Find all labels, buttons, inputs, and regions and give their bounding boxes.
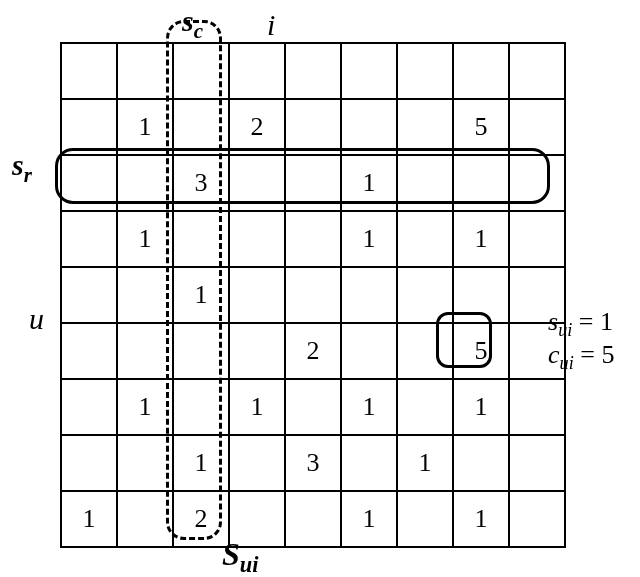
matrix-cell [341, 323, 397, 379]
matrix-cell [397, 99, 453, 155]
matrix-cell: 3 [285, 435, 341, 491]
matrix-cell: 1 [341, 379, 397, 435]
label-u: u [29, 302, 44, 336]
matrix-cell: 2 [229, 99, 285, 155]
matrix-cell [61, 211, 117, 267]
matrix-cell [285, 43, 341, 99]
matrix-cell [509, 435, 565, 491]
matrix-cell: 1 [453, 379, 509, 435]
matrix-cell [117, 323, 173, 379]
matrix-cell [397, 43, 453, 99]
matrix-cell [397, 211, 453, 267]
matrix-cell: 1 [117, 379, 173, 435]
matrix-cell [229, 491, 285, 547]
matrix-cell [229, 435, 285, 491]
matrix-cell [509, 211, 565, 267]
diagram-stage: sc i sr u Sui 1253111112511111311211 sui… [0, 0, 640, 577]
matrix-cell [341, 435, 397, 491]
highlight-row-s_r [55, 148, 550, 204]
matrix-grid: 1253111112511111311211 [60, 42, 566, 548]
matrix-cell [229, 211, 285, 267]
matrix-cell [117, 435, 173, 491]
matrix-cell: 1 [341, 211, 397, 267]
matrix-cell [341, 99, 397, 155]
matrix-cell [509, 43, 565, 99]
matrix-cell [509, 99, 565, 155]
matrix-cell [61, 435, 117, 491]
matrix-cell: 1 [397, 435, 453, 491]
matrix-cell [229, 267, 285, 323]
matrix-cell [341, 267, 397, 323]
matrix-cell [285, 99, 341, 155]
matrix-cell [61, 323, 117, 379]
label-s_r: sr [12, 148, 32, 188]
matrix-cell [285, 211, 341, 267]
matrix-cell [285, 267, 341, 323]
matrix-cell: 1 [341, 491, 397, 547]
matrix-cell: 1 [453, 211, 509, 267]
matrix-cell [453, 43, 509, 99]
matrix-cell [285, 491, 341, 547]
highlight-col-s_c [166, 20, 222, 540]
matrix-cell [341, 43, 397, 99]
matrix-cell [229, 43, 285, 99]
matrix-cell: 1 [229, 379, 285, 435]
equation-s_ui: sui = 1 [548, 307, 613, 341]
matrix-cell [229, 323, 285, 379]
matrix-cell [117, 491, 173, 547]
matrix-cell: 2 [285, 323, 341, 379]
matrix-cell: 1 [117, 99, 173, 155]
matrix-cell: 1 [453, 491, 509, 547]
matrix-cell [285, 379, 341, 435]
matrix-cell [117, 43, 173, 99]
matrix-cell [509, 379, 565, 435]
highlight-cell-s_ui [436, 312, 492, 368]
label-i: i [267, 8, 275, 42]
matrix-cell [453, 435, 509, 491]
matrix-cell [117, 267, 173, 323]
matrix-cell [61, 379, 117, 435]
matrix-cell [61, 267, 117, 323]
equation-c_ui: cui = 5 [548, 340, 614, 374]
matrix-cell: 1 [61, 491, 117, 547]
matrix-cell [61, 99, 117, 155]
matrix-cell: 5 [453, 99, 509, 155]
matrix-cell [397, 379, 453, 435]
matrix-cell [509, 491, 565, 547]
matrix-cell [61, 43, 117, 99]
matrix-cell [397, 491, 453, 547]
matrix-cell: 1 [117, 211, 173, 267]
